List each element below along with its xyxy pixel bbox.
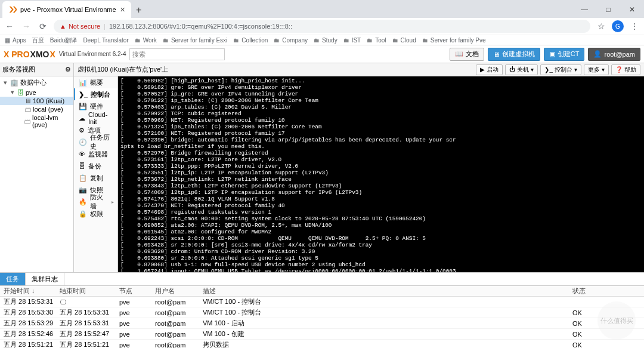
apps-grid-icon: ▦ (5, 37, 10, 44)
menu-label: Cloud-Init (88, 111, 114, 125)
task-row[interactable]: 五月 28 15:53:31🖵pveroot@pamVM/CT 100 - 控制… (0, 297, 644, 307)
create-vm-button[interactable]: 🖥创建虚拟机 (488, 48, 540, 61)
tree-node-pve[interactable]: ▾🗄pve (0, 88, 73, 97)
cell-user: root@pam (155, 341, 203, 349)
bookmark-label: Baidu翻译 (50, 36, 78, 45)
menu-icon: 💾 (79, 103, 87, 110)
bookmark-folder-collection[interactable]: 🖿Collection (233, 37, 268, 44)
cell-end: 五月 28 15:52:47 (60, 329, 119, 338)
menu-item-5[interactable]: 🕘任务历史 (74, 136, 117, 148)
view-label: 服务器视图 (2, 65, 35, 74)
bookmark-star-icon[interactable]: ☆ (595, 21, 607, 31)
cube-icon: ▣ (549, 50, 555, 58)
menu-icon: 📊 (79, 79, 87, 87)
bookmark-deepl[interactable]: DeepL Translator (83, 37, 128, 44)
col-status[interactable]: 状态 (572, 287, 644, 295)
browser-tab[interactable]: pve - Proxmox Virtual Environme ✕ (2, 1, 131, 18)
menu-item-2[interactable]: 💾硬件 (74, 100, 117, 112)
task-grid-header: 开始时间 ↓ 结束时间 节点 用户名 描述 状态 (0, 286, 644, 297)
watermark: 什么值得买 (597, 301, 636, 340)
bookmark-folder-work[interactable]: 🖿Work (135, 37, 157, 44)
menu-item-10[interactable]: 🔥防火墙▸ (74, 196, 117, 208)
logo-part-c: X (49, 50, 55, 59)
bookmark-baidu-trans[interactable]: Baidu翻译 (50, 36, 78, 45)
menu-item-7[interactable]: 🗄备份 (74, 160, 117, 172)
folder-icon: 🖿 (422, 37, 428, 44)
bookmark-folder-tool[interactable]: 🖿Tool (367, 37, 386, 44)
col-end[interactable]: 结束时间 (60, 287, 119, 295)
task-row[interactable]: 五月 28 15:53:29五月 28 15:53:31pveroot@pamV… (0, 318, 644, 329)
cell-desc: VM 100 - 创建 (203, 329, 572, 338)
cell-user: root@pam (155, 298, 203, 306)
bookmark-folder-pve[interactable]: 🖿Server for family Pve (422, 37, 486, 44)
cell-node: pve (119, 309, 155, 316)
tree-vm-100[interactable]: 🖥100 (iKuai) (0, 97, 73, 105)
menu-item-11[interactable]: 🔒权限 (74, 208, 117, 220)
security-warning[interactable]: ▲ Not secure (60, 23, 100, 30)
col-user[interactable]: 用户名 (155, 287, 203, 295)
bookmark-folder-study[interactable]: 🖿Study (314, 37, 338, 44)
task-row[interactable]: 五月 28 15:52:46五月 28 15:52:47pveroot@pamV… (0, 329, 644, 340)
profile-avatar[interactable]: G (612, 20, 624, 32)
chevron-down-icon: ▾ (531, 66, 534, 73)
menu-icon: 🗄 (79, 162, 85, 170)
bookmark-folder-esxi[interactable]: 🖿Server for family Esxi (163, 37, 227, 44)
menu-label: 硬件 (90, 102, 103, 111)
vm-start-button[interactable]: ▶启动 (476, 64, 503, 75)
window-maximize[interactable]: □ (596, 1, 620, 18)
col-node[interactable]: 节点 (119, 287, 155, 295)
browser-menu-icon[interactable]: ⋮ (628, 21, 640, 31)
settings-icon[interactable]: ⚙ (65, 66, 71, 73)
bookmark-folder-ist[interactable]: 🖿IST (343, 37, 361, 44)
folder-icon: 🖿 (314, 37, 320, 44)
create-ct-button[interactable]: ▣创建CT (544, 48, 585, 61)
tree-storage-lvm[interactable]: 🗃local-lvm (pve) (0, 113, 73, 129)
col-start[interactable]: 开始时间 ↓ (0, 287, 60, 295)
nav-back[interactable]: ← (4, 21, 16, 31)
cell-desc: VM 100 - 启动 (203, 319, 572, 328)
cell-start: 五月 28 15:53:31 (0, 297, 60, 306)
tab-tasks[interactable]: 任务 (0, 273, 26, 285)
address-bar[interactable]: ▲ Not secure | 192.168.123.2:8006/#v1:0:… (54, 20, 590, 33)
task-row[interactable]: 五月 28 15:53:30五月 28 15:53:31pveroot@pamV… (0, 307, 644, 318)
expand-icon[interactable]: ▾ (2, 79, 8, 87)
building-icon: 🏢 (10, 79, 18, 87)
menu-item-8[interactable]: 📋复制 (74, 172, 117, 184)
global-search-input[interactable] (129, 48, 225, 60)
nav-reload[interactable]: ⟳ (37, 21, 49, 31)
vm-shutdown-button[interactable]: ⏻关机▾ (505, 64, 538, 75)
vm-console-button[interactable]: ❯_控制台▾ (540, 64, 581, 75)
window-minimize[interactable]: — (572, 1, 596, 18)
menu-label: 控制台 (91, 90, 110, 99)
cell-status: OK (572, 341, 644, 349)
menu-item-3[interactable]: ☁Cloud-Init (74, 112, 117, 124)
bookmark-folder-cloud[interactable]: 🖿Cloud (392, 37, 416, 44)
tab-close-icon[interactable]: ✕ (120, 6, 125, 14)
tab-cluster-log[interactable]: 集群日志 (26, 273, 64, 285)
spinner-icon: 🖵 (60, 298, 66, 306)
main-toolbar: 虚拟机100 (iKuai)在节点'pve'上 ▶启动 ⏻关机▾ ❯_控制台▾ … (74, 63, 644, 76)
bookmark-baidu[interactable]: 百度 (32, 36, 44, 45)
proxmox-logo[interactable]: X PROXMOX (4, 50, 55, 59)
view-selector[interactable]: 服务器视图 ⚙ (0, 63, 73, 76)
user-menu-button[interactable]: 👤root@pam (588, 48, 640, 61)
browser-chrome: pve - Proxmox Virtual Environme ✕ + — □ … (0, 0, 644, 45)
col-desc[interactable]: 描述 (203, 287, 572, 295)
tree-datacenter[interactable]: ▾🏢数据中心 (0, 78, 73, 88)
vm-side-menu: 📊概要❯_控制台💾硬件☁Cloud-Init⚙选项🕘任务历史👁监视器🗄备份📋复制… (74, 76, 118, 272)
new-tab-button[interactable]: + (131, 2, 147, 18)
expand-icon[interactable]: ▾ (10, 88, 16, 96)
task-log-panel: 任务 集群日志 开始时间 ↓ 结束时间 节点 用户名 描述 状态 五月 28 1… (0, 272, 644, 348)
help-button[interactable]: ❓帮助 (611, 64, 640, 75)
menu-item-0[interactable]: 📊概要 (74, 76, 117, 88)
bookmark-folder-company[interactable]: 🖿Company (274, 37, 308, 44)
docs-button[interactable]: 📖文档 (450, 48, 484, 61)
task-grid: 开始时间 ↓ 结束时间 节点 用户名 描述 状态 五月 28 15:53:31🖵… (0, 286, 644, 348)
vm-console-output[interactable]: [ 0.568982] [high_prio_host]: high_prio_… (118, 76, 644, 272)
tree-storage-local[interactable]: 🗃local (pve) (0, 105, 73, 113)
apps-shortcut[interactable]: ▦ Apps (5, 37, 26, 44)
vm-more-button[interactable]: 更多▾ (584, 64, 609, 75)
window-close[interactable]: ✕ (620, 1, 644, 18)
menu-item-1[interactable]: ❯_控制台 (74, 88, 117, 100)
task-row[interactable]: 五月 28 15:51:21五月 28 15:51:21pveroot@pam拷… (0, 340, 644, 348)
